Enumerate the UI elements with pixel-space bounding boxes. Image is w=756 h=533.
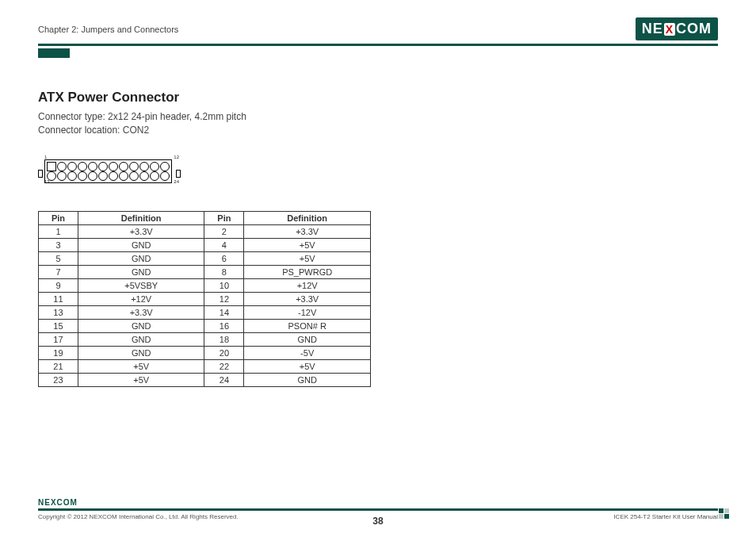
header-bar: Chapter 2: Jumpers and Connectors NEXCOM bbox=[38, 17, 718, 46]
table-row: 3GND4+5V bbox=[39, 238, 371, 251]
table-row: 7GND8PS_PWRGD bbox=[39, 265, 371, 278]
cell-pin: 20 bbox=[204, 346, 244, 359]
pin bbox=[160, 171, 170, 181]
cell-def: +5VSBY bbox=[78, 278, 204, 292]
pin bbox=[109, 162, 118, 171]
cell-pin: 16 bbox=[204, 319, 244, 332]
logo-part-left: NE bbox=[642, 21, 663, 37]
cell-def: +3.3V bbox=[244, 224, 371, 238]
pin-row-bottom bbox=[47, 171, 170, 181]
th-pin-2: Pin bbox=[204, 211, 244, 224]
pin bbox=[67, 162, 77, 171]
cell-def: GND bbox=[78, 346, 204, 359]
footer-logo: NEXCOM bbox=[38, 498, 718, 507]
cell-pin: 3 bbox=[39, 238, 78, 251]
connector-body bbox=[44, 159, 172, 183]
pin bbox=[150, 171, 159, 181]
cell-def: +3.3V bbox=[78, 224, 204, 238]
pin bbox=[129, 162, 139, 171]
pin bbox=[88, 171, 97, 181]
connector-diagram: 1 12 13 24 bbox=[38, 155, 718, 184]
th-pin-1: Pin bbox=[39, 211, 78, 224]
pin-1 bbox=[47, 162, 56, 171]
table-row: 15GND16PSON# R bbox=[39, 319, 371, 332]
pin-label-24: 24 bbox=[174, 179, 179, 184]
pin bbox=[88, 162, 97, 171]
cell-def: +12V bbox=[244, 278, 371, 292]
pin-label-12: 12 bbox=[174, 155, 179, 159]
pin bbox=[109, 171, 118, 181]
footer-bar: Copyright © 2012 NEXCOM International Co… bbox=[38, 508, 718, 520]
table-row: 9+5VSBY10+12V bbox=[39, 278, 371, 292]
table-row: 17GND18GND bbox=[39, 332, 371, 346]
pin-definition-table: Pin Definition Pin Definition 1+3.3V2+3.… bbox=[38, 211, 371, 387]
page-footer: NEXCOM Copyright © 2012 NEXCOM Internati… bbox=[38, 498, 718, 520]
pin bbox=[57, 171, 67, 181]
cell-def: GND bbox=[244, 332, 371, 346]
cell-pin: 17 bbox=[39, 332, 78, 346]
table-row: 5GND6+5V bbox=[39, 251, 371, 265]
pin bbox=[119, 162, 128, 171]
cell-def: GND bbox=[78, 251, 204, 265]
cell-pin: 13 bbox=[39, 305, 78, 319]
cell-def: GND bbox=[244, 373, 371, 386]
cell-def: GND bbox=[78, 332, 204, 346]
logo-part-x: X bbox=[664, 23, 675, 36]
table-row: 11+12V12+3.3V bbox=[39, 292, 371, 305]
cell-pin: 5 bbox=[39, 251, 78, 265]
cell-def: GND bbox=[78, 238, 204, 251]
page-number: 38 bbox=[372, 516, 383, 527]
cell-def: PS_PWRGD bbox=[244, 265, 371, 278]
cell-pin: 11 bbox=[39, 292, 78, 305]
cell-pin: 23 bbox=[39, 373, 78, 386]
cell-pin: 9 bbox=[39, 278, 78, 292]
pin bbox=[78, 171, 87, 181]
cell-def: +3.3V bbox=[244, 292, 371, 305]
header-accent-tab bbox=[38, 48, 70, 58]
table-header-row: Pin Definition Pin Definition bbox=[39, 211, 371, 224]
th-def-2: Definition bbox=[244, 211, 371, 224]
cell-def: +5V bbox=[78, 373, 204, 386]
cell-pin: 24 bbox=[204, 373, 244, 386]
cell-def: GND bbox=[78, 319, 204, 332]
cell-def: -5V bbox=[244, 346, 371, 359]
connector-side-tab-right bbox=[176, 170, 181, 178]
cell-pin: 8 bbox=[204, 265, 244, 278]
cell-def: PSON# R bbox=[244, 319, 371, 332]
pin bbox=[67, 171, 77, 181]
pin bbox=[129, 171, 139, 181]
copyright-text: Copyright © 2012 NEXCOM International Co… bbox=[38, 513, 239, 520]
cell-pin: 10 bbox=[204, 278, 244, 292]
cell-pin: 7 bbox=[39, 265, 78, 278]
table-row: 21+5V22+5V bbox=[39, 359, 371, 373]
pin bbox=[98, 162, 108, 171]
pin bbox=[47, 171, 56, 181]
th-def-1: Definition bbox=[78, 211, 204, 224]
cell-pin: 19 bbox=[39, 346, 78, 359]
cell-pin: 1 bbox=[39, 224, 78, 238]
cell-pin: 12 bbox=[204, 292, 244, 305]
cell-def: +5V bbox=[244, 251, 371, 265]
table-row: 1+3.3V2+3.3V bbox=[39, 224, 371, 238]
manual-name: ICEK 254-T2 Starter Kit User Manual bbox=[613, 513, 718, 520]
footer-decor-icon bbox=[719, 508, 729, 519]
pin bbox=[78, 162, 87, 171]
cell-pin: 15 bbox=[39, 319, 78, 332]
cell-def: +5V bbox=[244, 238, 371, 251]
logo-part-right: COM bbox=[676, 21, 712, 37]
chapter-label: Chapter 2: Jumpers and Connectors bbox=[38, 25, 178, 34]
cell-pin: 21 bbox=[39, 359, 78, 373]
pin bbox=[98, 171, 108, 181]
section-title: ATX Power Connector bbox=[38, 90, 718, 105]
pin bbox=[139, 162, 149, 171]
cell-def: +3.3V bbox=[78, 305, 204, 319]
section-subtext: Connector type: 2x12 24-pin header, 4.2m… bbox=[38, 110, 718, 137]
cell-def: +12V bbox=[78, 292, 204, 305]
cell-def: GND bbox=[78, 265, 204, 278]
cell-def: +5V bbox=[78, 359, 204, 373]
pin bbox=[150, 162, 159, 171]
cell-pin: 14 bbox=[204, 305, 244, 319]
cell-pin: 2 bbox=[204, 224, 244, 238]
cell-def: +5V bbox=[244, 359, 371, 373]
cell-pin: 22 bbox=[204, 359, 244, 373]
